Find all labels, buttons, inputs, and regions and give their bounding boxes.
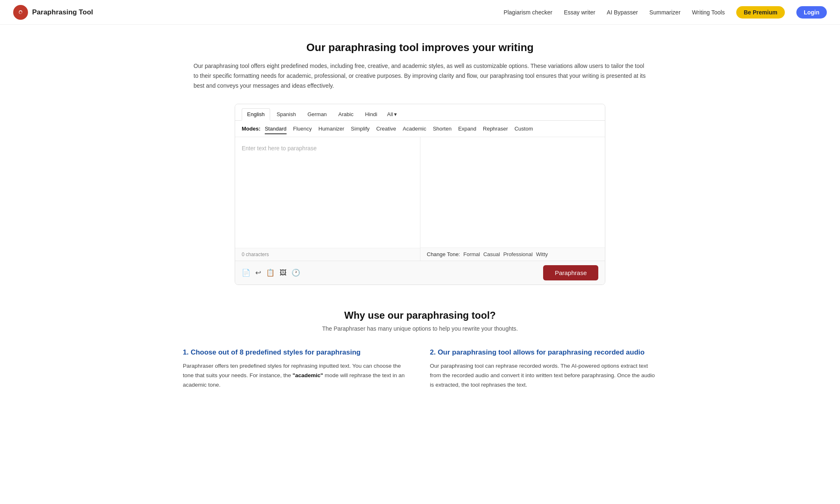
change-tone-label: Change Tone: [427,251,460,257]
mode-simplify[interactable]: Simplify [351,126,370,134]
why-card-2-text: Our paraphrasing tool can rephrase recor… [430,362,657,390]
nav-plagiarism-checker[interactable]: Plagiarism checker [504,9,552,16]
copy-icon[interactable]: 📋 [266,268,275,277]
mode-academic[interactable]: Academic [403,126,426,134]
lang-tab-arabic[interactable]: Arabic [334,109,359,120]
input-area: 0 characters [235,137,420,261]
language-tabs: English Spanish German Arabic Hindi All … [235,104,605,121]
why-cards: 1. Choose out of 8 predefined styles for… [183,348,657,390]
nav-essay-writer[interactable]: Essay writer [564,9,595,16]
page-description: Our paraphrasing tool offers eight prede… [194,61,646,91]
why-section: Why use our paraphrasing tool? The Parap… [183,310,657,390]
mode-creative[interactable]: Creative [376,126,396,134]
lang-tab-hindi[interactable]: Hindi [360,109,382,120]
change-tone-bar: Change Tone: Formal Casual Professional … [420,247,605,261]
why-card-2: 2. Our paraphrasing tool allows for para… [430,348,657,390]
nav-writing-tools[interactable]: Writing Tools [692,9,725,16]
premium-button[interactable]: Be Premium [736,6,785,19]
tone-professional[interactable]: Professional [503,251,533,257]
main-content: Our paraphrasing tool improves your writ… [173,25,667,406]
main-nav: Plagiarism checker Essay writer AI Bypas… [504,6,827,19]
logo-text: Paraphrasing Tool [32,8,93,16]
file-icon[interactable]: 📄 [242,268,250,277]
toolbar-icons: 📄 ↩ 📋 🖼 🕐 [242,268,300,277]
why-card-1-title: 1. Choose out of 8 predefined styles for… [183,348,410,357]
history-icon[interactable]: 🕐 [292,268,300,277]
svg-point-1 [19,11,22,14]
nav-ai-bypasser[interactable]: AI Bypasser [607,9,638,16]
mode-fluency[interactable]: Fluency [293,126,312,134]
text-input[interactable] [235,137,420,248]
why-card-2-title: 2. Our paraphrasing tool allows for para… [430,348,657,357]
lang-tab-english[interactable]: English [242,108,270,121]
tone-casual[interactable]: Casual [483,251,500,257]
lang-tab-all[interactable]: All ▾ [384,109,400,120]
mode-custom[interactable]: Custom [514,126,533,134]
mode-expand[interactable]: Expand [458,126,476,134]
mode-shorten[interactable]: Shorten [433,126,452,134]
page-title: Our paraphrasing tool improves your writ… [183,41,657,54]
lang-tab-spanish[interactable]: Spanish [272,109,301,120]
header: Paraphrasing Tool Plagiarism checker Ess… [0,0,840,25]
output-area: Change Tone: Formal Casual Professional … [420,137,605,261]
tone-formal[interactable]: Formal [463,251,480,257]
why-subtitle: The Paraphraser has many unique options … [183,325,657,332]
tone-witty[interactable]: Witty [536,251,548,257]
why-card-1-text: Paraphraser offers ten predefined styles… [183,362,410,390]
paraphrase-button[interactable]: Paraphrase [543,265,598,280]
modes-label: Modes: [242,126,261,132]
paraphrase-tool-box: English Spanish German Arabic Hindi All … [235,104,605,285]
login-button[interactable]: Login [796,6,827,19]
lang-tab-german[interactable]: German [303,109,332,120]
logo: Paraphrasing Tool [13,5,93,20]
mode-standard[interactable]: Standard [265,126,287,134]
why-title: Why use our paraphrasing tool? [183,310,657,321]
modes-list: Standard Fluency Humanizer Simplify Crea… [265,126,533,134]
modes-bar: Modes: Standard Fluency Humanizer Simpli… [235,121,605,137]
chevron-down-icon: ▾ [394,111,397,117]
nav-summarizer[interactable]: Summarizer [649,9,680,16]
why-card-1: 1. Choose out of 8 predefined styles for… [183,348,410,390]
logo-icon [13,5,28,20]
bottom-toolbar: 📄 ↩ 📋 🖼 🕐 Paraphrase [235,261,605,285]
char-count: 0 characters [235,248,420,261]
mode-rephraser[interactable]: Rephraser [483,126,508,134]
mode-humanizer[interactable]: Humanizer [318,126,344,134]
image-icon[interactable]: 🖼 [280,269,287,277]
undo-icon[interactable]: ↩ [255,268,261,277]
text-areas: 0 characters Change Tone: Formal Casual … [235,137,605,261]
output-text [420,137,605,247]
